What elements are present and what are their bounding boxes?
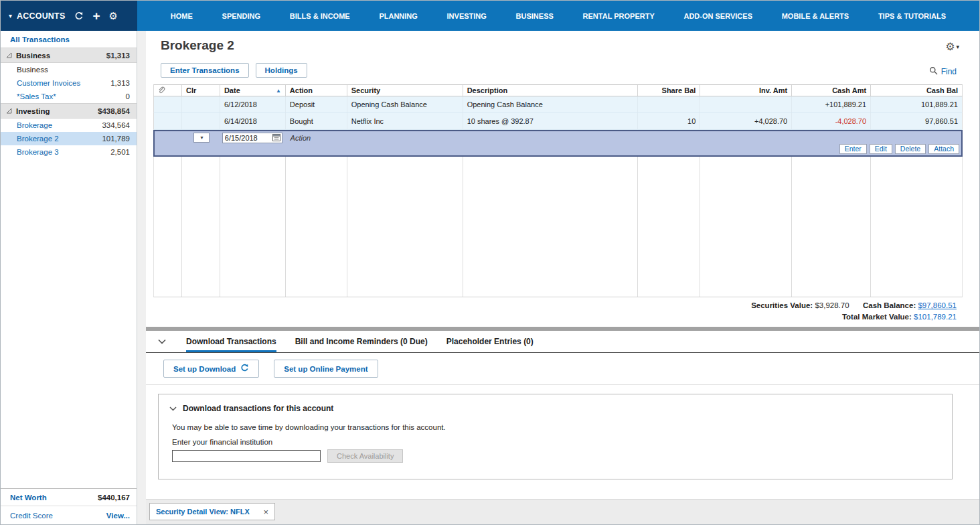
date-column-header[interactable]: Date▲ — [220, 85, 286, 96]
collapse-panel-chevron-icon[interactable] — [158, 339, 166, 344]
cash-amt-column-header[interactable]: Cash Amt — [792, 85, 871, 96]
nav-rental-property[interactable]: RENTAL PROPERTY — [583, 12, 655, 20]
sidebar-section-investing[interactable]: Investing $438,854 — [1, 103, 137, 119]
page-title: Brokerage 2 — [161, 38, 234, 53]
accounts-sidebar: All Transactions Business $1,313 Busines… — [1, 31, 137, 524]
section-total: $1,313 — [106, 52, 130, 60]
accounts-gear-icon[interactable]: ⚙ — [109, 11, 118, 21]
txn-security: Opening Cash Balance — [347, 96, 463, 112]
tab-placeholder-entries[interactable]: Placeholder Entries (0) — [446, 331, 534, 352]
quicken-window: ▾ ACCOUNTS + ⚙ HOME SPENDING BILLS & INC… — [0, 0, 980, 525]
edit-button[interactable]: Edit — [870, 144, 892, 154]
financial-institution-input[interactable] — [172, 450, 321, 462]
tab-bill-income-reminders[interactable]: Bill and Income Reminders (0 Due) — [295, 331, 428, 352]
setup-actions: Set up Download Set up Online Payment — [163, 360, 378, 378]
sidebar-item-all-transactions[interactable]: All Transactions — [1, 31, 137, 48]
security-detail-view-tab[interactable]: Security Detail View: NFLX × — [149, 503, 275, 520]
edit-date-input[interactable] — [225, 134, 266, 142]
nav-planning[interactable]: PLANNING — [379, 12, 417, 20]
txn-share-bal — [638, 96, 700, 112]
sidebar-item-brokerage-3[interactable]: Brokerage 3 2,501 — [1, 145, 137, 159]
account-amount: 334,564 — [102, 121, 130, 129]
sidebar-item-brokerage-2[interactable]: Brokerage 2 101,789 — [1, 132, 137, 145]
chevron-down-icon[interactable] — [169, 404, 177, 413]
nav-mobile-alerts[interactable]: MOBILE & ALERTS — [782, 12, 849, 20]
account-label: *Sales Tax* — [17, 92, 56, 100]
set-up-online-payment-button[interactable]: Set up Online Payment — [274, 360, 378, 378]
txn-cash-bal: 97,860.51 — [871, 113, 962, 129]
txn-date: 6/14/2018 — [220, 113, 286, 129]
nav-business[interactable]: BUSINESS — [516, 12, 554, 20]
sidebar-item-brokerage[interactable]: Brokerage 334,564 — [1, 119, 137, 132]
calendar-icon[interactable] — [272, 133, 280, 143]
edit-row-buttons: Enter Edit Delete Attach — [155, 144, 961, 155]
action-field-placeholder[interactable]: Action — [291, 134, 311, 142]
transaction-register: Clr Date▲ Action Security Description Sh… — [153, 84, 963, 297]
inv-amt-column-header[interactable]: Inv. Amt — [700, 85, 792, 96]
sidebar-section-business[interactable]: Business $1,313 — [1, 48, 137, 63]
credit-score-label: Credit Score — [10, 512, 53, 520]
accounts-collapse-caret-icon[interactable]: ▾ — [9, 12, 12, 19]
sidebar-item-business-account[interactable]: Business — [1, 63, 137, 76]
txn-description: Opening Cash Balance — [463, 96, 639, 112]
tab-download-transactions[interactable]: Download Transactions — [186, 331, 276, 352]
nav-tips-tutorials[interactable]: TIPS & TUTORIALS — [878, 12, 946, 20]
total-market-value: $101,789.21 — [914, 313, 957, 321]
credit-score-view-link[interactable]: View... — [106, 512, 130, 520]
description-column-header[interactable]: Description — [463, 85, 639, 96]
security-column-header[interactable]: Security — [347, 85, 463, 96]
sidebar-item-sales-tax[interactable]: *Sales Tax* 0 — [1, 90, 137, 103]
find-control[interactable]: Find — [929, 66, 957, 77]
bottom-strip: Security Detail View: NFLX × — [146, 499, 979, 524]
clr-dropdown[interactable]: ▼ — [193, 133, 210, 143]
clr-column-header[interactable]: Clr — [182, 85, 220, 96]
new-transaction-edit-row: ▼ Action Enter Edit Delete Attac — [153, 130, 963, 157]
register-empty-area[interactable] — [153, 157, 963, 297]
net-worth-row[interactable]: Net Worth $440,167 — [1, 488, 137, 506]
txn-date: 6/12/2018 — [220, 96, 286, 112]
nav-home[interactable]: HOME — [171, 12, 193, 20]
nav-addon-services[interactable]: ADD-ON SERVICES — [683, 12, 752, 20]
sidebar-item-customer-invoices[interactable]: Customer Invoices 1,313 — [1, 76, 137, 90]
transaction-row[interactable]: 6/12/2018 Deposit Opening Cash Balance O… — [153, 96, 963, 113]
attach-button[interactable]: Attach — [928, 144, 959, 154]
account-amount: 2,501 — [110, 148, 130, 156]
add-account-icon[interactable]: + — [92, 11, 100, 21]
cash-balance-value[interactable]: $97,860.51 — [918, 301, 957, 309]
account-amount: 0 — [126, 92, 130, 100]
share-bal-column-header[interactable]: Share Bal — [638, 85, 700, 96]
holdings-button[interactable]: Holdings — [256, 63, 307, 78]
attach-column-header[interactable] — [154, 85, 182, 96]
nav-spending[interactable]: SPENDING — [222, 12, 260, 20]
txn-security: Netflix Inc — [347, 113, 463, 129]
check-availability-button[interactable]: Check Availability — [327, 449, 403, 463]
sort-ascending-icon: ▲ — [276, 88, 281, 94]
collapse-triangle-icon — [6, 107, 12, 115]
delete-button[interactable]: Delete — [895, 144, 926, 154]
section-label: Business — [16, 52, 50, 60]
refresh-icon[interactable] — [74, 11, 84, 21]
credit-score-row[interactable]: Credit Score View... — [1, 506, 137, 524]
nav-investing[interactable]: INVESTING — [447, 12, 487, 20]
enter-button[interactable]: Enter — [839, 144, 867, 154]
cash-balance-label: Cash Balance: — [863, 301, 916, 309]
accounts-title[interactable]: ACCOUNTS — [17, 11, 65, 21]
transaction-row[interactable]: 6/14/2018 Bought Netflix Inc 10 shares @… — [153, 113, 963, 130]
set-up-download-button[interactable]: Set up Download — [163, 360, 259, 378]
download-box-title: Download transactions for this account — [183, 404, 333, 413]
action-column-header[interactable]: Action — [286, 85, 347, 96]
section-total: $438,854 — [98, 107, 130, 115]
cash-bal-column-header[interactable]: Cash Bal — [871, 85, 962, 96]
account-label: Customer Invoices — [17, 79, 80, 87]
account-label: Brokerage 2 — [17, 135, 59, 143]
close-icon[interactable]: × — [263, 507, 268, 517]
account-label: Brokerage 3 — [17, 148, 59, 156]
enter-transactions-button[interactable]: Enter Transactions — [161, 63, 249, 78]
nav-bills-income[interactable]: BILLS & INCOME — [290, 12, 350, 20]
account-actions-gear-icon[interactable]: ⚙▾ — [945, 40, 959, 53]
download-box-description: You may be able to save time by download… — [159, 413, 952, 431]
account-amount: 1,313 — [110, 79, 130, 87]
securities-value: $3,928.70 — [815, 301, 849, 309]
main-content: Brokerage 2 ⚙▾ Enter Transactions Holdin… — [146, 31, 979, 524]
txn-action: Bought — [286, 113, 347, 129]
